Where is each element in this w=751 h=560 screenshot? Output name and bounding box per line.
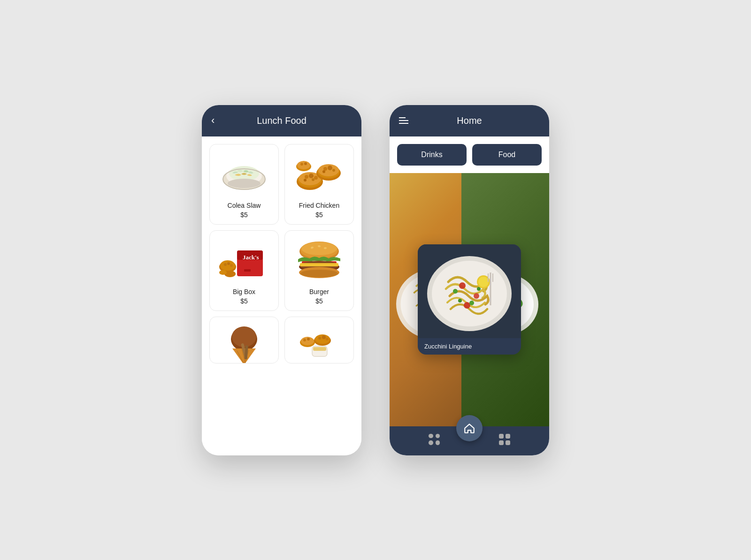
food-card-nuggets[interactable] [284,317,354,363]
svg-point-38 [301,242,337,255]
featured-area: Zucchini Linguine [390,173,549,426]
svg-point-11 [304,179,307,182]
svg-rect-45 [300,263,338,266]
featured-card[interactable]: Zucchini Linguine [418,244,521,355]
svg-point-64 [318,337,321,340]
svg-point-47 [300,270,338,277]
home-icon [463,422,475,434]
coleslaw-svg [221,153,268,193]
svg-point-94 [469,301,474,305]
svg-point-17 [328,166,332,170]
screen2-header: Home [390,105,549,136]
grid-icon [498,433,511,446]
svg-point-12 [312,178,314,181]
svg-point-93 [477,287,481,291]
nuggets2-svg [298,323,340,363]
dots-icon [428,433,441,446]
svg-point-10 [314,176,318,180]
svg-point-30 [227,262,230,265]
food-price-big-box: $5 [240,297,248,305]
svg-point-33 [219,270,227,275]
nav-grid[interactable] [498,433,511,446]
phone-screen-2: Home Drinks Food [390,105,549,455]
svg-point-16 [323,167,327,171]
food-image-coleslaw [216,150,272,197]
food-name-big-box: Big Box [233,288,255,295]
tab-drinks[interactable]: Drinks [397,144,467,166]
svg-point-21 [297,161,310,169]
svg-text:Jack's: Jack's [243,254,259,261]
food-image-fried-chicken [291,150,347,197]
food-grid: Colea Slaw $5 [202,136,361,371]
food-name-coleslaw: Colea Slaw [228,202,261,209]
svg-point-8 [305,175,308,179]
screen1-title: Lunch Food [211,115,352,126]
svg-point-4 [228,179,261,188]
svg-point-95 [458,299,462,303]
burger-svg [293,240,345,280]
screen2-body: Drinks Food [390,136,549,455]
svg-point-49 [232,326,256,347]
svg-point-65 [322,335,326,339]
screen1-header: ‹ Lunch Food [202,105,361,136]
svg-point-60 [303,339,306,341]
icecream-svg [223,323,265,363]
food-price-burger: $5 [315,297,323,305]
screens-container: ‹ Lunch Food [202,105,549,455]
fried-chicken-svg [293,153,345,193]
featured-label: Zucchini Linguine [418,338,521,355]
food-card-fried-chicken[interactable]: Fried Chicken $5 [284,144,354,225]
home-fab-button[interactable] [456,415,483,441]
svg-point-18 [332,169,335,172]
svg-point-19 [322,170,325,173]
food-image-big-box: Jack's [216,236,272,283]
svg-rect-57 [313,347,326,351]
svg-point-90 [474,293,479,299]
svg-point-92 [453,289,458,294]
nav-categories[interactable] [428,433,441,446]
svg-point-29 [224,263,227,266]
food-image-icecream [216,323,272,363]
svg-point-66 [326,338,329,341]
food-card-coleslaw[interactable]: Colea Slaw $5 [209,144,279,225]
food-image-burger [291,236,347,283]
svg-point-22 [300,163,303,166]
back-button[interactable]: ‹ [211,114,215,127]
menu-button[interactable] [399,117,408,124]
svg-point-31 [230,264,233,267]
svg-point-9 [309,174,314,178]
featured-pasta-svg [418,244,521,338]
food-card-big-box[interactable]: Jack's [209,230,279,311]
featured-card-image [418,244,521,338]
svg-point-61 [307,338,310,341]
food-price-coleslaw: $5 [240,211,248,219]
svg-point-91 [464,302,470,309]
svg-point-89 [459,282,466,289]
food-name-fried-chicken: Fried Chicken [299,202,339,209]
food-card-burger[interactable]: Burger $5 [284,230,354,311]
svg-point-23 [304,162,307,165]
food-name-burger: Burger [309,288,329,295]
phone-screen-1: ‹ Lunch Food [202,105,361,455]
svg-point-28 [220,260,235,271]
screen1-body: Colea Slaw $5 [202,136,361,455]
svg-point-97 [478,277,489,287]
big-box-svg: Jack's [218,239,270,281]
category-tabs: Drinks Food [390,136,549,173]
bottom-nav [390,426,549,455]
food-price-fried-chicken: $5 [315,211,323,219]
tab-food[interactable]: Food [472,144,542,166]
food-card-icecream[interactable] [209,317,279,363]
svg-point-15 [318,164,339,176]
food-image-nuggets [291,323,347,363]
screen2-title: Home [399,115,540,126]
svg-rect-35 [244,269,251,272]
svg-point-59 [301,337,314,345]
svg-point-88 [432,261,507,326]
